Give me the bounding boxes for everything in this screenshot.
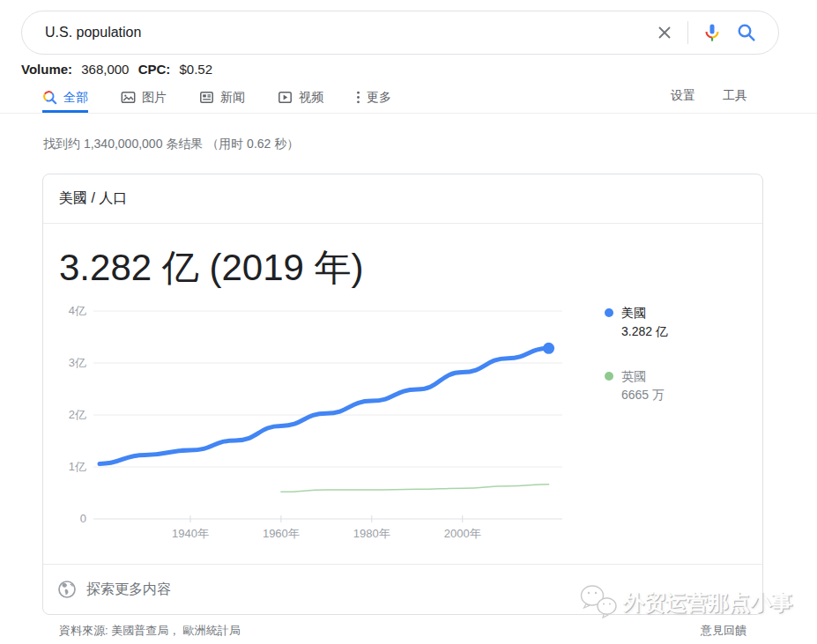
svg-text:2亿: 2亿 [69,408,86,421]
videos-icon [278,90,293,105]
population-headline: 3.282 亿 (2019 年) [59,243,364,292]
tab-label: 全部 [63,90,88,106]
cpc-value: $0.52 [179,62,212,77]
volume-value: 368,000 [81,62,129,77]
globe-icon [57,580,77,599]
source-row: 資料來源: 美國普查局， 歐洲統計局 意見回饋 [59,623,746,639]
tab-videos[interactable]: 视频 [278,85,323,110]
svg-text:0: 0 [80,512,86,525]
chart-legend: 美國 3.282 亿 英國 6665 万 [605,304,668,431]
legend-entry-uk[interactable]: 英國 6665 万 [605,367,668,404]
search-bar-icons [655,21,778,44]
tab-label: 更多 [367,90,391,106]
explore-more-label: 探索更多内容 [86,581,171,599]
results-stats: 找到约 1,340,000,000 条结果 （用时 0.62 秒） [43,137,299,152]
mic-icon[interactable] [702,22,723,43]
tools-link[interactable]: 工具 [723,88,747,104]
watermark: 外贸运营那点小事 [578,583,792,621]
keyword-metrics-bar: Volume: 368,000 CPC: $0.52 [21,62,218,77]
images-icon [121,90,136,105]
tab-images[interactable]: 图片 [121,85,167,110]
data-source-text: 資料來源: 美國普查局， 歐洲統計局 [59,623,241,639]
svg-text:3亿: 3亿 [69,356,86,369]
cpc-label: CPC: [138,62,171,77]
legend-entry-us[interactable]: 美國 3.282 亿 [605,304,668,341]
svg-text:1980年: 1980年 [353,527,390,540]
breadcrumb[interactable]: 美國 / 人口 [43,174,762,224]
tab-news[interactable]: 新闻 [199,85,245,110]
svg-text:1960年: 1960年 [263,527,300,540]
serp-toolbar: 设置 工具 [671,88,747,104]
tab-label: 图片 [142,90,167,106]
legend-name: 美國 [621,304,668,322]
tab-label: 新闻 [220,90,245,106]
svg-text:4亿: 4亿 [69,304,86,317]
search-bar [21,11,779,55]
tab-more[interactable]: 更多 [356,85,391,110]
legend-name: 英國 [621,367,665,385]
feedback-link[interactable]: 意見回饋 [701,623,746,639]
tabs-divider [0,113,817,114]
legend-value: 3.282 亿 [621,322,668,341]
search-icon[interactable] [736,22,757,43]
tab-all[interactable]: 全部 [42,85,88,113]
watermark-text: 外贸运营那点小事 [623,588,792,617]
search-all-icon [42,90,57,105]
svg-text:2000年: 2000年 [444,527,481,540]
legend-value: 6665 万 [621,385,665,404]
news-icon [199,90,214,105]
search-bar-divider [687,21,688,44]
search-input[interactable] [22,25,655,41]
google-serp-page: Volume: 368,000 CPC: $0.52 全部 [0,0,817,644]
more-dots-icon [356,90,360,105]
svg-text:1940年: 1940年 [172,527,209,540]
knowledge-panel-card: 美國 / 人口 3.282 亿 (2019 年) 01亿2亿3亿4亿1940年1… [42,174,763,615]
svg-text:1亿: 1亿 [69,460,86,473]
tab-label: 视频 [299,90,323,106]
clear-icon[interactable] [655,23,674,42]
us-series-dot-icon [605,308,613,317]
uk-series-dot-icon [605,372,613,381]
wechat-bubbles-logo-icon [578,583,620,621]
result-tabs: 全部 图片 新闻 [42,85,424,113]
settings-link[interactable]: 设置 [671,88,695,104]
volume-label: Volume: [21,62,72,77]
